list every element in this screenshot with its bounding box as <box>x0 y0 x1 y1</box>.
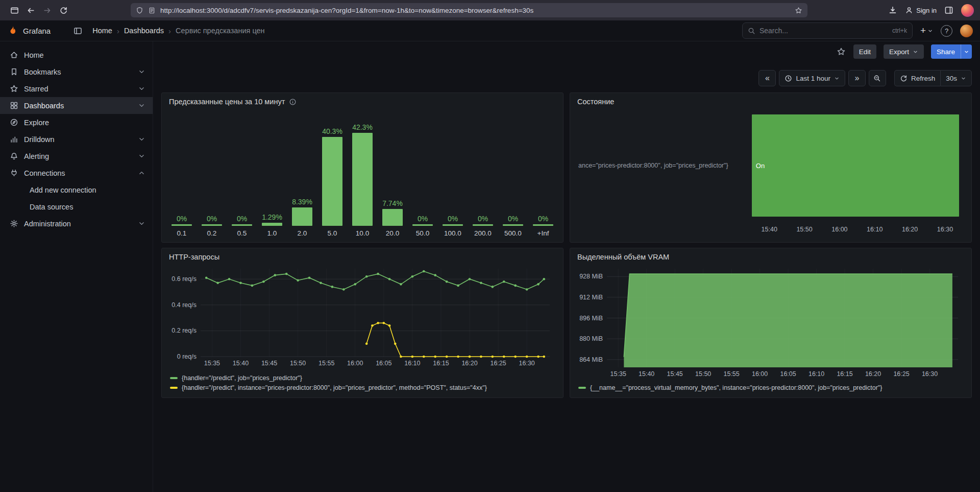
histogram-bar: 0%+Inf <box>530 108 556 237</box>
zoom-out-button[interactable] <box>869 70 886 86</box>
bar <box>202 224 222 226</box>
export-button[interactable]: Export <box>884 44 924 59</box>
user-avatar[interactable] <box>960 25 973 37</box>
legend-swatch <box>578 387 586 389</box>
refresh-interval-dropdown[interactable]: 30s <box>940 70 972 86</box>
bar-value-label: 0% <box>478 215 488 223</box>
browser-sidebar-icon[interactable] <box>944 6 953 15</box>
legend-item[interactable]: {handler="/predict", job="prices_predict… <box>170 374 487 382</box>
add-button[interactable]: + <box>920 25 933 36</box>
time-shift-forward-button[interactable]: » <box>848 70 866 86</box>
chevron-down-icon <box>138 102 145 109</box>
panel-title[interactable]: HTTP-запросы <box>169 253 219 261</box>
svg-text:16:10: 16:10 <box>808 370 824 378</box>
grafana-header: Grafana Home › Dashboards › Сервис предс… <box>0 20 980 41</box>
window-icon[interactable] <box>6 2 22 18</box>
svg-text:16:20: 16:20 <box>865 370 881 378</box>
panel-title[interactable]: Выделенный объём VRAM <box>577 253 669 261</box>
clock-icon <box>785 75 792 82</box>
sidebar-item-label: Administration <box>24 220 132 228</box>
search-field[interactable] <box>760 27 888 35</box>
panel-header[interactable]: HTTP-запросы <box>162 248 563 263</box>
forward-icon[interactable] <box>39 2 55 18</box>
panel-title[interactable]: Предсказанные цены за 10 минут <box>169 98 285 106</box>
favorite-star-icon[interactable] <box>836 46 846 57</box>
panel-header[interactable]: Выделенный объём VRAM <box>570 248 971 263</box>
svg-text:16:30: 16:30 <box>922 370 938 378</box>
sidebar-item-drilldown[interactable]: Drilldown <box>0 131 153 148</box>
histogram-bar: 1.29%1.0 <box>259 108 285 237</box>
legend-label: {handler="/predict", job="prices_predict… <box>182 374 302 382</box>
bar-value-label: 0% <box>508 215 518 223</box>
time-range-picker[interactable]: Last 1 hour <box>779 70 845 86</box>
sidebar-item-starred[interactable]: Starred <box>0 80 153 97</box>
svg-text:16:25: 16:25 <box>893 370 909 378</box>
downloads-icon[interactable] <box>888 6 897 15</box>
bar <box>292 207 312 226</box>
svg-text:0 req/s: 0 req/s <box>177 353 197 360</box>
grafana-logo[interactable] <box>7 25 18 36</box>
bookmark-star-icon[interactable] <box>795 7 802 14</box>
mega-menu-toggle-icon[interactable] <box>70 23 85 38</box>
chevron-down-icon <box>138 68 145 76</box>
refresh-button[interactable]: Refresh <box>894 70 940 86</box>
svg-text:880 MiB: 880 MiB <box>579 335 603 342</box>
bar <box>352 133 373 226</box>
svg-text:16:20: 16:20 <box>461 360 477 367</box>
browser-avatar[interactable] <box>961 4 974 17</box>
svg-text:15:55: 15:55 <box>318 360 334 367</box>
legend-item[interactable]: {handler="/predict", instance="prices-pr… <box>170 384 487 391</box>
breadcrumb-dashboards[interactable]: Dashboards <box>124 27 164 35</box>
panel-predicted-prices: Предсказанные цены за 10 минут 0%0.10%0.… <box>161 92 564 243</box>
url-bar[interactable]: http://localhost:3000/d/adcdfv7/servis-p… <box>131 3 807 17</box>
sidebar-item-home[interactable]: Home <box>0 46 153 63</box>
refresh-group: Refresh 30s <box>894 70 972 86</box>
svg-text:16:15: 16:15 <box>837 370 852 378</box>
sidebar-item-explore[interactable]: Explore <box>0 114 153 131</box>
legend-item[interactable]: {__name__="process_virtual_memory_bytes"… <box>578 384 882 391</box>
breadcrumb-home[interactable]: Home <box>92 27 112 35</box>
sidebar-item-administration[interactable]: Administration <box>0 215 153 232</box>
search-input[interactable]: ctrl+k <box>742 22 913 39</box>
url-text[interactable]: http://localhost:3000/d/adcdfv7/servis-p… <box>160 7 790 14</box>
reload-icon[interactable] <box>55 2 71 18</box>
sidebar-item-bookmarks[interactable]: Bookmarks <box>0 63 153 80</box>
edit-button[interactable]: Edit <box>853 44 876 59</box>
panel-header[interactable]: Предсказанные цены за 10 минут <box>162 93 563 107</box>
panel-header[interactable]: Состояние <box>570 93 971 107</box>
sidebar: HomeBookmarksStarredDashboardsExploreDri… <box>0 41 153 492</box>
back-icon[interactable] <box>22 2 39 18</box>
x-axis-tick: 16:20 <box>902 226 918 233</box>
svg-text:912 MiB: 912 MiB <box>579 294 603 301</box>
sidebar-item-connections[interactable]: Connections <box>0 165 153 181</box>
dashboard-toolbar: Edit Export Share <box>153 41 980 62</box>
refresh-interval-label: 30s <box>946 75 957 82</box>
bar-value-label: 1.29% <box>262 213 282 221</box>
brand-text: Grafana <box>23 27 51 35</box>
share-label: Share <box>931 48 961 56</box>
svg-text:15:45: 15:45 <box>261 360 277 367</box>
legend-swatch <box>170 387 178 389</box>
svg-text:16:05: 16:05 <box>780 370 796 378</box>
share-button[interactable]: Share <box>931 44 972 59</box>
timeseries-plot: 0 req/s0.2 req/s0.4 req/s0.6 req/s15:351… <box>168 264 557 368</box>
sign-in-button[interactable]: Sign in <box>905 6 937 14</box>
help-icon[interactable]: ? <box>941 25 952 37</box>
sidebar-item-dashboards[interactable]: Dashboards <box>0 97 153 114</box>
legend-swatch <box>170 377 178 379</box>
bar <box>473 224 493 226</box>
legend: {handler="/predict", job="prices_predict… <box>170 374 487 391</box>
sidebar-item-data-sources[interactable]: Data sources <box>0 198 153 215</box>
time-shift-back-button[interactable]: « <box>758 70 776 86</box>
sidebar-item-alerting[interactable]: Alerting <box>0 148 153 165</box>
panel-title[interactable]: Состояние <box>577 98 614 106</box>
bar-chart: 0%0.10%0.20%0.51.29%1.08.39%2.040.3%5.04… <box>168 108 557 237</box>
bar-category-label: 500.0 <box>504 229 522 237</box>
share-dropdown-caret[interactable] <box>961 44 972 59</box>
bar-category-label: 10.0 <box>356 229 369 237</box>
sidebar-item-add-new-connection[interactable]: Add new connection <box>0 181 153 198</box>
info-icon[interactable] <box>289 98 297 106</box>
bar-value-label: 0% <box>538 215 548 223</box>
sidebar-item-label: Data sources <box>30 203 145 211</box>
dashboard-content: Edit Export Share « Last 1 hour <box>153 41 980 492</box>
